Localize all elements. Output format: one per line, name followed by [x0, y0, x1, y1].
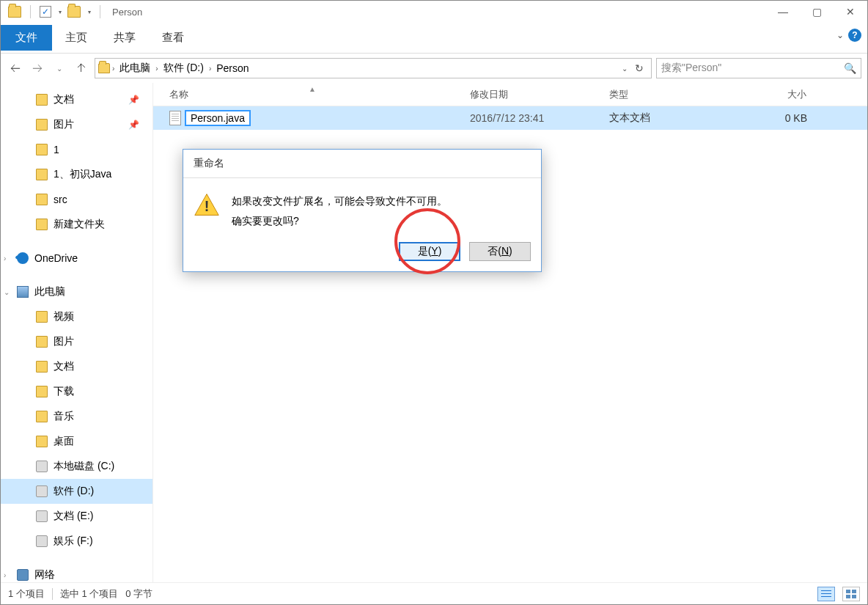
- sidebar-item-music[interactable]: 音乐: [1, 404, 152, 429]
- sidebar-item-drive-f[interactable]: 娱乐 (F:): [1, 529, 152, 554]
- breadcrumb-caret[interactable]: ›: [112, 65, 114, 73]
- dialog-message: 如果改变文件扩展名，可能会导致文件不可用。 确实要更改吗?: [232, 191, 447, 230]
- sidebar-item-folder-new[interactable]: 新建文件夹: [1, 212, 152, 237]
- qat-newfolder-icon[interactable]: [67, 6, 81, 18]
- sidebar-item-pictures2[interactable]: 图片: [1, 329, 152, 354]
- app-folder-icon: [8, 6, 21, 18]
- maximize-button[interactable]: ▢: [800, 1, 834, 23]
- file-size: 0 KB: [741, 112, 822, 124]
- disk-icon: [36, 485, 48, 497]
- folder-icon: [36, 336, 48, 348]
- sidebar-onedrive[interactable]: ›OneDrive: [1, 246, 152, 271]
- svg-rect-7: [846, 595, 850, 598]
- sidebar-item-videos[interactable]: 视频: [1, 304, 152, 329]
- column-type[interactable]: 类型: [609, 85, 741, 104]
- explorer-window: ✓ ▾ ▾ Person — ▢ ✕ 文件 主页 共享 查看 ⌄ ? 🡠 🡢 ⌄…: [0, 0, 868, 605]
- folder-icon: [36, 119, 48, 131]
- sidebar-item-drive-e[interactable]: 文档 (E:): [1, 504, 152, 529]
- status-selection-count: 选中 1 个项目: [60, 587, 118, 601]
- window-controls: — ▢ ✕: [766, 1, 867, 23]
- forward-button[interactable]: 🡢: [29, 59, 46, 77]
- minimize-button[interactable]: —: [766, 1, 800, 23]
- back-button[interactable]: 🡠: [7, 59, 24, 77]
- disk-icon: [36, 510, 48, 522]
- breadcrumb-folder[interactable]: Person: [213, 61, 251, 76]
- view-tab[interactable]: 查看: [149, 25, 197, 51]
- folder-icon: [36, 361, 48, 373]
- sort-asc-icon: ▲: [309, 85, 316, 93]
- expand-icon[interactable]: ›: [4, 571, 6, 579]
- pin-icon: 📌: [128, 120, 139, 130]
- search-box[interactable]: 搜索"Person" 🔍: [656, 58, 861, 78]
- address-dropdown-icon[interactable]: ⌄: [622, 65, 628, 73]
- network-icon: [17, 569, 29, 581]
- navigation-bar: 🡠 🡢 ⌄ 🡡 › 此电脑 › 软件 (D:) › Person ⌄ ↻ 搜索"…: [1, 54, 867, 83]
- file-type: 文本文档: [609, 111, 741, 125]
- no-button[interactable]: 否(N): [469, 242, 531, 261]
- column-size[interactable]: 大小: [741, 85, 822, 104]
- titlebar: ✓ ▾ ▾ Person — ▢ ✕: [1, 1, 867, 23]
- rename-input[interactable]: Person.java: [185, 111, 250, 125]
- sidebar-item-folder-java[interactable]: 1、初识Java: [1, 162, 152, 187]
- ribbon: 文件 主页 共享 查看 ⌄ ?: [1, 23, 867, 54]
- warning-icon: !: [194, 191, 220, 218]
- sidebar-item-documents2[interactable]: 文档: [1, 354, 152, 379]
- qat-dropdown-icon[interactable]: ▾: [59, 9, 62, 15]
- breadcrumb-drive[interactable]: 软件 (D:): [161, 60, 207, 76]
- breadcrumb-thispc[interactable]: 此电脑: [117, 60, 153, 76]
- address-folder-icon: [98, 63, 110, 73]
- column-headers: 名称▲ 修改日期 类型 大小: [153, 83, 867, 106]
- separator: [100, 5, 100, 18]
- sidebar-item-folder-1[interactable]: 1: [1, 137, 152, 162]
- folder-icon: [36, 169, 48, 180]
- refresh-button[interactable]: ↻: [630, 59, 648, 77]
- folder-icon: [36, 411, 48, 422]
- status-item-count: 1 个项目: [8, 587, 45, 601]
- folder-icon: [36, 311, 48, 323]
- search-icon[interactable]: 🔍: [844, 62, 856, 74]
- sidebar-item-drive-c[interactable]: 本地磁盘 (C:): [1, 454, 152, 479]
- thumbnails-view-button[interactable]: [842, 587, 860, 601]
- file-tab[interactable]: 文件: [1, 25, 52, 51]
- recent-dropdown[interactable]: ⌄: [51, 59, 68, 77]
- svg-rect-8: [852, 595, 856, 598]
- onedrive-icon: [17, 252, 29, 264]
- qat-customize-icon[interactable]: ▾: [88, 9, 91, 15]
- address-bar[interactable]: › 此电脑 › 软件 (D:) › Person ⌄ ↻: [95, 58, 652, 78]
- sidebar-item-drive-d[interactable]: 软件 (D:): [1, 479, 152, 504]
- column-name[interactable]: 名称▲: [169, 85, 470, 104]
- ribbon-expand-icon[interactable]: ⌄: [836, 30, 844, 40]
- qat-properties-icon[interactable]: ✓: [40, 6, 51, 18]
- sidebar-thispc[interactable]: ⌄此电脑: [1, 279, 152, 304]
- details-view-button[interactable]: [817, 587, 835, 601]
- folder-icon: [36, 386, 48, 397]
- folder-icon: [36, 144, 48, 155]
- text-file-icon: [169, 111, 181, 125]
- column-date[interactable]: 修改日期: [470, 85, 609, 104]
- sidebar-network[interactable]: ›网络: [1, 562, 152, 582]
- sidebar-item-folder-src[interactable]: src: [1, 187, 152, 212]
- collapse-icon[interactable]: ⌄: [4, 288, 10, 296]
- file-row[interactable]: Person.java 2016/7/12 23:41 文本文档 0 KB: [153, 106, 867, 130]
- breadcrumb-caret[interactable]: ›: [155, 65, 158, 73]
- share-tab[interactable]: 共享: [100, 25, 149, 51]
- sidebar-item-desktop[interactable]: 桌面: [1, 429, 152, 454]
- help-icon[interactable]: ?: [848, 29, 861, 42]
- sidebar-item-pictures[interactable]: 图片📌: [1, 112, 152, 137]
- file-list-area: 名称▲ 修改日期 类型 大小 Person.java 2016/7/12 23:…: [153, 83, 867, 582]
- svg-rect-4: [821, 596, 831, 597]
- window-title: Person: [112, 7, 142, 18]
- sidebar-item-downloads[interactable]: 下载: [1, 379, 152, 404]
- home-tab[interactable]: 主页: [52, 25, 100, 51]
- yes-button[interactable]: 是(Y): [399, 242, 460, 261]
- folder-icon: [36, 219, 48, 230]
- close-button[interactable]: ✕: [834, 1, 867, 23]
- pin-icon: 📌: [128, 95, 139, 105]
- separator: [30, 5, 31, 18]
- up-button[interactable]: 🡡: [73, 59, 90, 77]
- dialog-line1: 如果改变文件扩展名，可能会导致文件不可用。: [232, 191, 447, 211]
- breadcrumb-caret[interactable]: ›: [209, 65, 211, 73]
- sidebar-item-documents[interactable]: 文档📌: [1, 87, 152, 112]
- expand-icon[interactable]: ›: [4, 254, 6, 263]
- status-bar: 1 个项目 选中 1 个项目 0 字节: [1, 582, 867, 604]
